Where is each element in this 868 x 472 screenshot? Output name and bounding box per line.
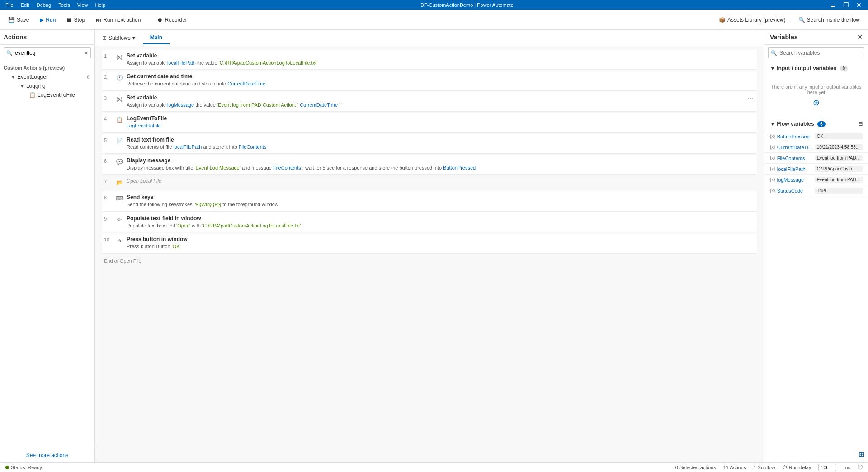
subflows-count: 1 Subflow [753, 465, 775, 470]
step-icon-2: 🕐 [115, 73, 124, 82]
run-next-button[interactable]: ⏭ Run next action [91, 15, 145, 25]
run-button[interactable]: ▶ Run [35, 15, 60, 25]
settings-icon[interactable]: ⚙ [86, 74, 91, 80]
step-number-7: 7 [104, 178, 115, 184]
stop-button[interactable]: ⏹ Stop [62, 15, 90, 25]
run-delay-info-icon[interactable]: ⓘ [858, 464, 863, 471]
var-value: Event log from PAD... [815, 177, 863, 183]
step-title-8: Send keys [127, 194, 755, 200]
menu-edit[interactable]: Edit [19, 1, 31, 9]
title-bar-menu: File Edit Debug Tools View Help [4, 1, 107, 9]
assets-button[interactable]: 📦 Assets Library (preview) [714, 15, 790, 25]
var-type-icon: {x} [770, 177, 775, 182]
step-title-1: Set variable [127, 52, 755, 59]
step-row-1: 1 {x} Set variable Assign to variable lo… [102, 50, 757, 70]
step-title-5: Read text from file [127, 137, 755, 143]
step-icon-1: {x} [115, 52, 124, 61]
step-desc-2: Retrieve the current datetime and store … [127, 80, 755, 87]
save-button[interactable]: 💾 Save [4, 15, 33, 25]
step-content-3: Set variable Assign to variable logMessa… [127, 94, 755, 109]
flow-vars-label: Flow variables [777, 121, 814, 127]
flow-vars-filter-icon[interactable]: ⊟ [858, 121, 863, 127]
step-content-1: Set variable Assign to variable localFil… [127, 52, 755, 66]
var-item: {x} CurrentDateTi... 10/21/2023 4:58:53.… [764, 142, 868, 153]
step-icon-7: 📂 [115, 178, 124, 187]
step-number-3: 3 [104, 94, 115, 101]
vars-empty-text: There aren't any input or output variabl… [770, 84, 863, 95]
step-desc-8: Send the following keystrokes: %{Win}[{R… [127, 201, 755, 208]
variables-title: Variables [770, 33, 798, 41]
vars-bottom-icon[interactable]: ⊞ [859, 450, 864, 458]
run-icon: ▶ [40, 17, 44, 23]
step-label-7: Open Local File [127, 178, 755, 184]
stop-label: Stop [74, 17, 85, 23]
tab-divider [141, 33, 141, 42]
step-desc-6: Display message box with title 'Event Lo… [127, 165, 755, 171]
step-desc-4: LogEventToFile [127, 123, 755, 129]
run-delay-input[interactable] [818, 464, 836, 471]
menu-help[interactable]: Help [93, 1, 107, 9]
flow-vars-badge: 6 [817, 121, 826, 127]
step-icon-3: {x} [115, 94, 124, 104]
var-type-icon: {x} [770, 145, 775, 150]
right-sidebar-search-container: 🔍 [764, 45, 868, 61]
input-output-header[interactable]: ▼ Input / output variables 0 [764, 61, 868, 75]
status-dot [5, 466, 9, 469]
step-number-2: 2 [104, 73, 115, 80]
title-bar: File Edit Debug Tools View Help DF-Custo… [0, 0, 868, 10]
menu-tools[interactable]: Tools [57, 1, 72, 9]
var-value: C:\RPA\padCusto... [815, 166, 863, 172]
minimize-button[interactable]: 🗕 [827, 1, 839, 9]
step-number-4: 4 [104, 115, 115, 122]
run-delay-label: ⏱ Run delay [783, 465, 811, 470]
flow-vars-list: {x} ButtonPressed OK {x} CurrentDateTi..… [764, 131, 868, 196]
vars-add-icon[interactable]: ⊕ [770, 98, 863, 108]
var-item: {x} FileContents Event log from PAD... [764, 153, 868, 164]
sidebar-search-input[interactable] [4, 47, 91, 58]
subflows-button[interactable]: ⊞ Subflows ▾ [99, 33, 139, 43]
custom-actions-section[interactable]: Custom Actions (preview) [0, 63, 94, 72]
tree-item-eventlogger[interactable]: ▼ EventLogger ⚙ [4, 72, 94, 81]
menu-view[interactable]: View [75, 1, 90, 9]
left-sidebar: Actions 🔍 ✕ Custom Actions (preview) ▼ E… [0, 30, 95, 462]
step-number-9: 9 [104, 215, 115, 222]
see-more-button[interactable]: See more actions [0, 448, 94, 462]
maximize-button[interactable]: ❐ [840, 1, 852, 9]
sidebar-search-container: 🔍 ✕ [0, 45, 94, 61]
step-title-6: Display message [127, 157, 755, 164]
input-output-section: ▼ Input / output variables 0 There aren'… [764, 61, 868, 117]
step-number-10: 10 [104, 236, 115, 242]
var-type-icon: {x} [770, 156, 775, 160]
step-more-3[interactable]: ⋯ [748, 95, 753, 102]
var-name: localFilePath [777, 166, 813, 172]
status-text: Status: Ready [11, 465, 42, 470]
tree-subsubgroup: 📋 LogEventToFile [7, 90, 94, 99]
var-value: 10/21/2023 4:58:53... [815, 144, 863, 150]
logeventtofile-icon: 📋 [29, 92, 36, 98]
tree-group: ▼ EventLogger ⚙ ▼ Logging 📋 LogEventToFi… [0, 72, 94, 99]
tree-item-logging[interactable]: ▼ Logging [7, 81, 94, 90]
vars-search-input[interactable] [768, 47, 864, 58]
step-number-5: 5 [104, 137, 115, 143]
sidebar-search-clear[interactable]: ✕ [84, 50, 88, 56]
menu-file[interactable]: File [4, 1, 15, 9]
step-title-10: Press button in window [127, 236, 755, 242]
canvas-tabs: ⊞ Subflows ▾ Main [95, 30, 764, 46]
tree-item-label: EventLogger [17, 74, 48, 80]
menu-debug[interactable]: Debug [35, 1, 53, 9]
recorder-button[interactable]: ⏺ Recorder [153, 15, 191, 25]
step-icon-5: 📄 [115, 137, 124, 146]
search-flow-button[interactable]: 🔍 Search inside the flow [794, 15, 864, 25]
tree-logeventtofile-label: LogEventToFile [38, 92, 75, 98]
flow-vars-header[interactable]: ▼ Flow variables 6 ⊟ [764, 117, 868, 131]
right-sidebar-close-button[interactable]: ✕ [857, 33, 863, 41]
close-button[interactable]: ✕ [854, 1, 864, 9]
step-content-10: Press button in window Press button Butt… [127, 236, 755, 250]
collapse-arrow-io: ▼ [770, 65, 775, 71]
tab-main[interactable]: Main [143, 32, 170, 44]
step-row-4: 4 📋 LogEventToFile LogEventToFile [102, 113, 757, 132]
step-icon-4: 📋 [115, 115, 124, 124]
step-title-4: LogEventToFile [127, 115, 755, 122]
var-name: ButtonPressed [777, 134, 813, 139]
tree-item-logeventtofile[interactable]: 📋 LogEventToFile [11, 90, 94, 99]
